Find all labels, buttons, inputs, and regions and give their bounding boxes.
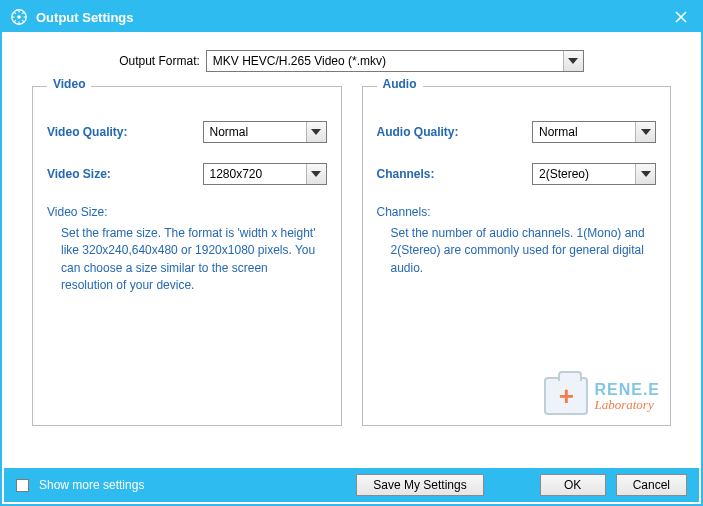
titlebar: Output Settings xyxy=(2,2,701,32)
channels-value: 2(Stereo) xyxy=(539,167,589,181)
footer-bar: Show more settings Save My Settings OK C… xyxy=(4,468,699,502)
video-size-value: 1280x720 xyxy=(210,167,263,181)
medkit-icon: + xyxy=(544,377,588,415)
output-format-row: Output Format: MKV HEVC/H.265 Video (*.m… xyxy=(32,50,671,72)
video-panel: Video Video Quality: Normal Video Size: … xyxy=(32,86,342,426)
video-quality-select[interactable]: Normal xyxy=(203,121,327,143)
output-format-select[interactable]: MKV HEVC/H.265 Video (*.mkv) xyxy=(206,50,584,72)
output-format-value: MKV HEVC/H.265 Video (*.mkv) xyxy=(213,54,386,68)
channels-row: Channels: 2(Stereo) xyxy=(377,163,657,185)
ok-button[interactable]: OK xyxy=(540,474,606,496)
chevron-down-icon xyxy=(635,164,655,184)
video-size-label: Video Size: xyxy=(47,167,203,181)
brand-name: RENE.E xyxy=(594,382,660,398)
audio-quality-label: Audio Quality: xyxy=(377,125,533,139)
audio-legend: Audio xyxy=(377,77,423,91)
audio-quality-select[interactable]: Normal xyxy=(532,121,656,143)
video-quality-value: Normal xyxy=(210,125,249,139)
chevron-down-icon xyxy=(635,122,655,142)
video-quality-row: Video Quality: Normal xyxy=(47,121,327,143)
audio-quality-value: Normal xyxy=(539,125,578,139)
audio-panel: Audio Audio Quality: Normal Channels: 2(… xyxy=(362,86,672,426)
chevron-down-icon xyxy=(306,122,326,142)
video-legend: Video xyxy=(47,77,91,91)
app-icon xyxy=(10,8,28,26)
audio-helper-title: Channels: xyxy=(377,205,657,219)
video-size-row: Video Size: 1280x720 xyxy=(47,163,327,185)
video-quality-label: Video Quality: xyxy=(47,125,203,139)
channels-label: Channels: xyxy=(377,167,533,181)
brand-logo: + RENE.E Laboratory xyxy=(544,377,660,415)
video-size-select[interactable]: 1280x720 xyxy=(203,163,327,185)
video-helper-text: Set the frame size. The format is 'width… xyxy=(47,225,327,295)
channels-select[interactable]: 2(Stereo) xyxy=(532,163,656,185)
audio-helper-text: Set the number of audio channels. 1(Mono… xyxy=(377,225,657,277)
svg-point-1 xyxy=(17,15,21,19)
window-title: Output Settings xyxy=(36,10,669,25)
chevron-down-icon xyxy=(563,51,583,71)
save-settings-button[interactable]: Save My Settings xyxy=(356,474,483,496)
show-more-checkbox[interactable] xyxy=(16,479,29,492)
content-area: Output Format: MKV HEVC/H.265 Video (*.m… xyxy=(2,32,701,434)
brand-sub: Laboratory xyxy=(594,398,660,411)
close-icon[interactable] xyxy=(669,5,693,29)
audio-quality-row: Audio Quality: Normal xyxy=(377,121,657,143)
chevron-down-icon xyxy=(306,164,326,184)
show-more-label[interactable]: Show more settings xyxy=(39,478,144,492)
cancel-button[interactable]: Cancel xyxy=(616,474,687,496)
output-format-label: Output Format: xyxy=(119,54,200,68)
video-helper-title: Video Size: xyxy=(47,205,327,219)
